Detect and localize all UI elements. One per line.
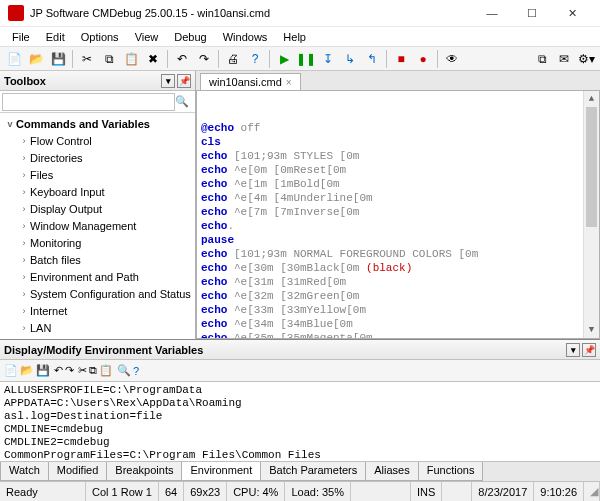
menu-options[interactable]: Options	[73, 29, 127, 45]
tree-item[interactable]: ›Display Output	[0, 200, 195, 217]
editor-scrollbar[interactable]: ▲ ▼	[583, 91, 599, 338]
toolbox-dropdown-icon[interactable]: ▾	[161, 74, 175, 88]
env-undo-icon[interactable]: ↶	[54, 364, 63, 377]
env-paste-icon[interactable]: 📋	[99, 364, 113, 377]
bottom-tab-batch-parameters[interactable]: Batch Parameters	[260, 462, 366, 481]
step-into-icon[interactable]: ↳	[340, 49, 360, 69]
mail-icon[interactable]: ✉	[554, 49, 574, 69]
status-time: 9:10:26	[534, 482, 584, 501]
tree-item[interactable]: ›Directories	[0, 149, 195, 166]
run-icon[interactable]: ▶	[274, 49, 294, 69]
expand-icon[interactable]: ›	[18, 289, 30, 299]
expand-icon[interactable]: ›	[18, 238, 30, 248]
env-save-icon[interactable]: 💾	[36, 364, 50, 377]
expand-icon[interactable]: ›	[18, 187, 30, 197]
help-icon[interactable]: ?	[245, 49, 265, 69]
toolbox-tree[interactable]: vCommands and Variables›Flow Control›Dir…	[0, 113, 195, 339]
cut-icon[interactable]: ✂	[77, 49, 97, 69]
close-button[interactable]: ✕	[552, 1, 592, 25]
env-new-icon[interactable]: 📄	[4, 364, 18, 377]
env-header: Display/Modify Environment Variables ▾ 📌	[0, 340, 600, 360]
record-icon[interactable]: ●	[413, 49, 433, 69]
watch-icon[interactable]: 👁	[442, 49, 462, 69]
expand-icon[interactable]: ›	[18, 221, 30, 231]
minimize-button[interactable]: —	[472, 1, 512, 25]
menu-edit[interactable]: Edit	[38, 29, 73, 45]
tree-item[interactable]: ›Monitoring	[0, 234, 195, 251]
tree-item[interactable]: ›Environment and Path	[0, 268, 195, 285]
expand-icon[interactable]: ›	[18, 255, 30, 265]
toolbox-pin-icon[interactable]: 📌	[177, 74, 191, 88]
main-area: Toolbox ▾ 📌 🔍 vCommands and Variables›Fl…	[0, 71, 600, 339]
expand-icon[interactable]: ›	[18, 306, 30, 316]
tree-item[interactable]: ›Flow Control	[0, 132, 195, 149]
tree-root[interactable]: vCommands and Variables	[0, 115, 195, 132]
bottom-tab-environment[interactable]: Environment	[181, 462, 261, 481]
bottom-tab-functions[interactable]: Functions	[418, 462, 484, 481]
tree-item[interactable]: ›Files	[0, 166, 195, 183]
menu-file[interactable]: File	[4, 29, 38, 45]
editor-tab[interactable]: win10ansi.cmd ×	[200, 73, 301, 90]
close-tab-icon[interactable]: ×	[286, 77, 292, 88]
windows-icon[interactable]: ⧉	[532, 49, 552, 69]
titlebar: JP Software CMDebug 25.00.15 - win10ansi…	[0, 0, 600, 27]
bottom-tab-watch[interactable]: Watch	[0, 462, 49, 481]
menu-help[interactable]: Help	[275, 29, 314, 45]
maximize-button[interactable]: ☐	[512, 1, 552, 25]
redo-icon[interactable]: ↷	[194, 49, 214, 69]
env-redo-icon[interactable]: ↷	[65, 364, 74, 377]
save-icon[interactable]: 💾	[48, 49, 68, 69]
paste-icon[interactable]: 📋	[121, 49, 141, 69]
env-content[interactable]: ALLUSERSPROFILE=C:\ProgramDataAPPDATA=C:…	[0, 382, 600, 461]
pause-icon[interactable]: ❚❚	[296, 49, 316, 69]
env-open-icon[interactable]: 📂	[20, 364, 34, 377]
tree-item[interactable]: ›LAN	[0, 319, 195, 336]
scroll-thumb[interactable]	[586, 107, 597, 227]
menu-debug[interactable]: Debug	[166, 29, 214, 45]
copy-icon[interactable]: ⧉	[99, 49, 119, 69]
env-pin-icon[interactable]: 📌	[582, 343, 596, 357]
tree-item[interactable]: ›System Configuration and Status	[0, 285, 195, 302]
expand-icon[interactable]: ›	[18, 272, 30, 282]
search-icon[interactable]: 🔍	[175, 95, 193, 108]
step-over-icon[interactable]: ↧	[318, 49, 338, 69]
expand-icon[interactable]: ›	[18, 153, 30, 163]
toolbox-search-input[interactable]	[2, 93, 175, 111]
expand-icon[interactable]: ›	[18, 204, 30, 214]
env-toolbar: 📄 📂 💾 ↶ ↷ ✂ ⧉ 📋 🔍 ?	[0, 360, 600, 382]
collapse-icon[interactable]: v	[4, 119, 16, 129]
open-file-icon[interactable]: 📂	[26, 49, 46, 69]
code-editor[interactable]: @echo offclsecho [101;93m STYLES [0mecho…	[196, 91, 600, 339]
expand-icon[interactable]: ›	[18, 170, 30, 180]
print-icon[interactable]: 🖨	[223, 49, 243, 69]
env-help-icon[interactable]: ?	[133, 365, 139, 377]
resize-grip-icon[interactable]: ◢	[584, 482, 600, 501]
status-linecount: 64	[159, 482, 184, 501]
env-dropdown-icon[interactable]: ▾	[566, 343, 580, 357]
tree-item[interactable]: ›Internet	[0, 302, 195, 319]
env-copy-icon[interactable]: ⧉	[89, 364, 97, 377]
status-cpu: CPU: 4%	[227, 482, 285, 501]
bottom-tab-modified[interactable]: Modified	[48, 462, 108, 481]
tree-item[interactable]: ›Window Management	[0, 217, 195, 234]
new-file-icon[interactable]: 📄	[4, 49, 24, 69]
expand-icon[interactable]: ›	[18, 136, 30, 146]
env-find-icon[interactable]: 🔍	[117, 364, 131, 377]
menu-view[interactable]: View	[127, 29, 167, 45]
scroll-down-icon[interactable]: ▼	[584, 322, 599, 338]
env-cut-icon[interactable]: ✂	[78, 364, 87, 377]
menu-windows[interactable]: Windows	[215, 29, 276, 45]
stop-icon[interactable]: ■	[391, 49, 411, 69]
delete-icon[interactable]: ✖	[143, 49, 163, 69]
tree-item[interactable]: ›Batch files	[0, 251, 195, 268]
status-date: 8/23/2017	[472, 482, 534, 501]
expand-icon[interactable]: ›	[18, 323, 30, 333]
tree-item[interactable]: ›Keyboard Input	[0, 183, 195, 200]
code-line: echo ^e[0m [0mReset[0m	[201, 163, 595, 177]
undo-icon[interactable]: ↶	[172, 49, 192, 69]
bottom-tab-aliases[interactable]: Aliases	[365, 462, 418, 481]
step-out-icon[interactable]: ↰	[362, 49, 382, 69]
bottom-tab-breakpoints[interactable]: Breakpoints	[106, 462, 182, 481]
scroll-up-icon[interactable]: ▲	[584, 91, 599, 107]
settings-icon[interactable]: ⚙▾	[576, 49, 596, 69]
